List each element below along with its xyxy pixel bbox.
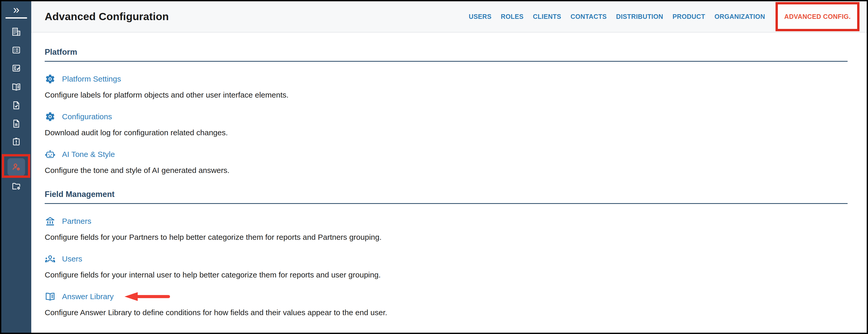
nav-item-advanced-config[interactable]: ADVANCED CONFIG. [784, 13, 851, 21]
sidebar-item-document[interactable] [11, 119, 21, 129]
sidebar-item-checklist[interactable] [11, 63, 21, 73]
building-icon [11, 27, 21, 37]
main-content: Platform Platform Settings Configure lab… [31, 33, 867, 333]
sidebar-item-book[interactable] [11, 82, 21, 92]
sidebar: » [1, 1, 31, 333]
list-item: Answer Library Configure Answer Library … [45, 291, 847, 317]
clipboard-alert-icon [11, 137, 21, 146]
gear-icon [45, 111, 56, 122]
nav-item-clients[interactable]: CLIENTS [533, 13, 561, 21]
link-platform-settings[interactable]: Platform Settings [62, 75, 121, 84]
page-header: Advanced Configuration USERS ROLES CLIEN… [31, 1, 867, 33]
page-title: Advanced Configuration [45, 10, 169, 23]
folder-gear-icon [11, 181, 21, 191]
nav-item-distribution[interactable]: DISTRIBUTION [616, 13, 663, 21]
annotation-box-nav: ADVANCED CONFIG. [776, 2, 860, 31]
description-platform-settings: Configure labels for platform objects an… [45, 91, 847, 99]
section-title-platform: Platform [45, 47, 847, 62]
description-partners: Configure fields for your Partners to he… [45, 233, 847, 242]
description-ai-tone-style: Configure the tone and style of AI gener… [45, 166, 847, 175]
description-users: Configure fields for your internal user … [45, 270, 847, 279]
description-configurations: Download audit log for configuration rel… [45, 128, 847, 137]
list-item: AI Tone & Style Configure the tone and s… [45, 149, 847, 175]
list-item: Users Configure fields for your internal… [45, 254, 847, 279]
list-icon [11, 45, 21, 55]
description-answer-library: Configure Answer Library to define condi… [45, 308, 847, 317]
gear-icon [45, 73, 56, 85]
robot-icon [45, 149, 56, 160]
section-title-field-management: Field Management [45, 190, 847, 204]
page-check-icon [11, 100, 21, 110]
list-item: Platform Settings Configure labels for p… [45, 73, 847, 99]
sidebar-expand-button[interactable]: » [1, 3, 31, 16]
nav-item-product[interactable]: PRODUCT [673, 13, 705, 21]
nav-item-roles[interactable]: ROLES [501, 13, 524, 21]
sidebar-item-clipboard-alert[interactable] [11, 137, 21, 146]
link-ai-tone-style[interactable]: AI Tone & Style [62, 150, 115, 159]
nav-item-users[interactable]: USERS [469, 13, 491, 21]
app-window: » [0, 0, 868, 334]
annotation-arrow [124, 292, 171, 302]
nav-item-contacts[interactable]: CONTACTS [570, 13, 607, 21]
user-gear-icon [11, 162, 21, 172]
sidebar-item-folder-settings[interactable] [11, 181, 21, 191]
open-book-icon [45, 291, 56, 302]
top-nav: USERS ROLES CLIENTS CONTACTS DISTRIBUTIO… [469, 2, 860, 31]
link-users[interactable]: Users [62, 255, 82, 263]
sidebar-item-user-settings[interactable] [11, 162, 21, 172]
link-configurations[interactable]: Configurations [62, 112, 112, 121]
sidebar-divider [5, 17, 27, 19]
list-item: Partners Configure fields for your Partn… [45, 216, 847, 242]
sidebar-item-page-check[interactable] [11, 100, 21, 110]
list-item: Configurations Download audit log for co… [45, 111, 847, 137]
checklist-icon [11, 63, 21, 73]
nav-item-organization[interactable]: ORGANIZATION [715, 13, 765, 21]
link-partners[interactable]: Partners [62, 217, 91, 226]
document-icon [11, 119, 21, 129]
sidebar-item-list[interactable] [11, 45, 21, 55]
sidebar-item-building[interactable] [11, 27, 21, 37]
bank-icon [45, 216, 56, 227]
users-icon [45, 254, 56, 264]
link-answer-library[interactable]: Answer Library [62, 292, 114, 301]
open-book-icon [11, 82, 21, 92]
